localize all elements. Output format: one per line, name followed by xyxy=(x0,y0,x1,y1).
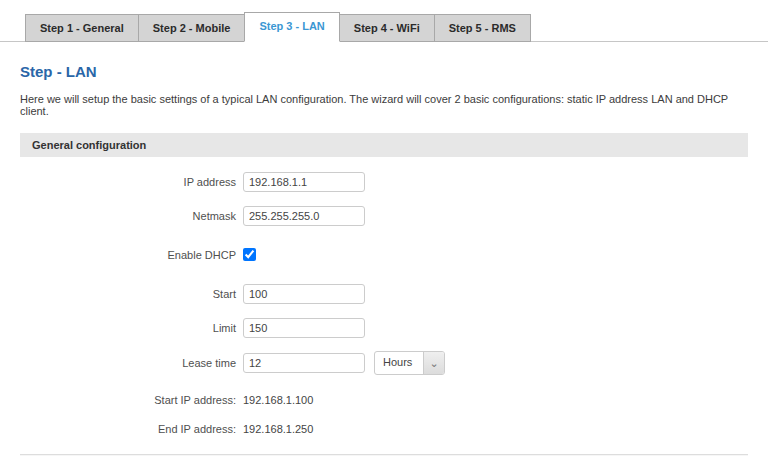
form-row: Enable DHCP xyxy=(0,244,768,265)
page-title: Step - LAN xyxy=(20,63,748,80)
end-ip-address-value: 192.168.1.250 xyxy=(243,423,313,435)
wizard-tabs: Step 1 - General Step 2 - Mobile Step 3 … xyxy=(0,12,768,42)
tab-step5-rms[interactable]: Step 5 - RMS xyxy=(434,14,531,42)
lease-time-unit-select[interactable]: Hours ⌄ xyxy=(374,351,445,375)
tab-step1-general[interactable]: Step 1 - General xyxy=(25,14,139,42)
netmask-input[interactable] xyxy=(243,206,365,226)
form-row: Start xyxy=(0,283,768,304)
lan-config-form: IP address Netmask Enable DHCP Start Lim… xyxy=(0,171,768,435)
enable-dhcp-checkbox[interactable] xyxy=(243,248,256,261)
page-description: Here we will setup the basic settings of… xyxy=(20,93,748,117)
dhcp-start-input[interactable] xyxy=(243,284,365,304)
start-ip-address-value: 192.168.1.100 xyxy=(243,394,313,406)
form-row: Netmask xyxy=(0,205,768,226)
form-row: Limit xyxy=(0,317,768,338)
lease-time-input[interactable] xyxy=(243,353,365,373)
form-row: End IP address: 192.168.1.250 xyxy=(0,422,768,435)
lease-time-unit-value: Hours xyxy=(375,352,423,374)
section-header-general-configuration: General configuration xyxy=(20,133,748,157)
ip-address-label: IP address xyxy=(0,176,236,188)
tab-step3-lan[interactable]: Step 3 - LAN xyxy=(244,12,339,42)
form-row: Start IP address: 192.168.1.100 xyxy=(0,393,768,406)
tab-step4-wifi[interactable]: Step 4 - WiFi xyxy=(339,14,435,42)
netmask-label: Netmask xyxy=(0,210,236,222)
lease-time-label: Lease time xyxy=(0,357,236,369)
dhcp-start-label: Start xyxy=(0,288,236,300)
tab-step2-mobile[interactable]: Step 2 - Mobile xyxy=(138,14,246,42)
form-row: Lease time Hours ⌄ xyxy=(0,351,768,375)
chevron-down-icon: ⌄ xyxy=(423,352,444,374)
dhcp-limit-input[interactable] xyxy=(243,318,365,338)
start-ip-address-label: Start IP address: xyxy=(0,394,236,406)
enable-dhcp-label: Enable DHCP xyxy=(0,249,236,261)
ip-address-input[interactable] xyxy=(243,172,365,192)
form-row: IP address xyxy=(0,171,768,192)
dhcp-limit-label: Limit xyxy=(0,322,236,334)
end-ip-address-label: End IP address: xyxy=(0,423,236,435)
